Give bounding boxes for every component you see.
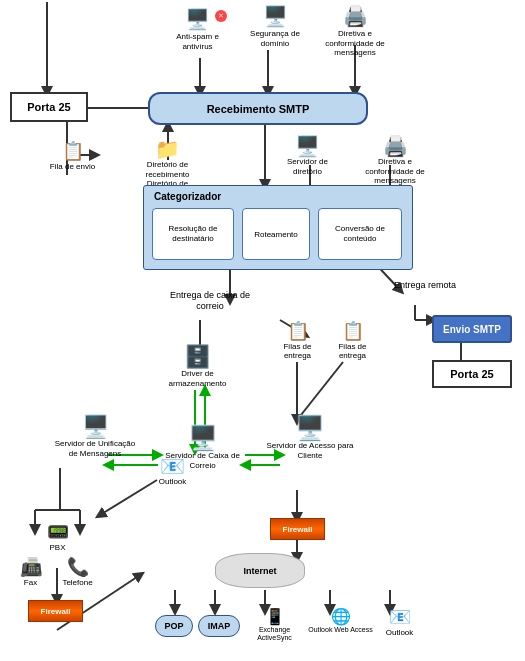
outlook-bottom-icon: 📧 Outlook [372, 608, 427, 637]
entrega-caixa-label: Entrega de caixa de correio [165, 290, 255, 312]
svg-line-27 [297, 362, 343, 420]
resolucao-label: Resolução de destinatário [153, 222, 233, 245]
servidor-acesso-label: Servidor de Acesso para Cliente [265, 441, 355, 460]
fila-envio-label: Fila de envio [45, 162, 100, 171]
porta25-left: Porta 25 [10, 92, 88, 122]
porta25-right: Porta 25 [432, 360, 512, 388]
imap-pill: IMAP [198, 615, 240, 637]
outlook-bottom-label: Outlook [372, 628, 427, 637]
diretiva-top-label: Diretiva e conformidade de mensagens [315, 29, 395, 58]
fila-envio-icon: 📋 Fila de envio [45, 142, 100, 171]
seguranca-label: Segurança de domínio [240, 29, 310, 48]
envio-smtp-label: Envio SMTP [443, 324, 501, 335]
servidor-diretorio-label: Servidor de diretório [275, 157, 340, 176]
diretiva-mid-icon: 🖨️ Diretiva e conformidade de mensagens [355, 135, 435, 186]
internet-cloud: Internet [215, 553, 305, 588]
porta25-left-label: Porta 25 [27, 101, 70, 113]
exchange-activesync-label: Exchange ActiveSync [242, 626, 307, 643]
firewall-mid: Firewall [270, 518, 325, 540]
outlook-left-label: Outlook [145, 477, 200, 486]
internet-label: Internet [243, 566, 276, 576]
roteamento-box: Roteamento [242, 208, 310, 260]
servidor-acesso-icon: 🖥️ Servidor de Acesso para Cliente [265, 415, 355, 461]
categorizador-container: Categorizador Resolução de destinatário … [143, 185, 413, 270]
filas-entrega1-icon: 📋 Filas de entrega [270, 322, 325, 361]
diagram: 🖥️ ✕ Anti-spam e antivírus 🖥️ Segurança … [0, 0, 525, 661]
exchange-activesync-icon: 📱 Exchange ActiveSync [242, 608, 307, 642]
filas-entrega1-label: Filas de entrega [270, 342, 325, 361]
filas-entrega2-icon: 📋 Filas de entrega [325, 322, 380, 361]
recebimento-smtp: Recebimento SMTP [148, 92, 368, 125]
conversao-label: Conversão de conteúdo [319, 222, 401, 245]
seguranca-icon: 🖥️ Segurança de domínio [240, 5, 310, 48]
firewall-left-label: Firewall [41, 607, 71, 616]
anti-spam-label: Anti-spam e antivírus [160, 32, 235, 51]
categorizador-label: Categorizador [154, 191, 221, 202]
envio-smtp: Envio SMTP [432, 315, 512, 343]
servidor-unificacao-icon: 🖥️ Servidor de Unificação de Mensagens [50, 415, 140, 458]
firewall-mid-label: Firewall [283, 525, 313, 534]
telefone-label: Telefone [55, 578, 100, 587]
firewall-left: Firewall [28, 600, 83, 622]
diretiva-top-icon: 🖨️ Diretiva e conformidade de mensagens [315, 5, 395, 58]
servidor-unificacao-label: Servidor de Unificação de Mensagens [50, 439, 140, 458]
driver-armazenamento-icon: 🗄️ Driver de armazenamento [155, 345, 240, 388]
fax-label: Fax [8, 578, 53, 587]
outlook-web-access-icon: 🌐 Outlook Web Access [308, 608, 373, 634]
pbx-icon: 📟 PBX [30, 523, 85, 552]
driver-armazenamento-label: Driver de armazenamento [155, 369, 240, 388]
pop-pill: POP [155, 615, 193, 637]
anti-spam-icon: 🖥️ ✕ Anti-spam e antivírus [160, 8, 235, 51]
resolucao-box: Resolução de destinatário [152, 208, 234, 260]
porta25-right-label: Porta 25 [450, 368, 493, 380]
entrega-remota-label: Entrega remota [390, 280, 460, 291]
roteamento-label: Roteamento [254, 230, 298, 239]
servidor-diretorio-icon: 🖥️ Servidor de diretório [275, 135, 340, 176]
outlook-web-access-label: Outlook Web Access [308, 626, 373, 634]
pop-label: POP [164, 621, 183, 631]
fax-icon: 📠 Fax [8, 558, 53, 587]
pbx-label: PBX [30, 543, 85, 552]
recebimento-smtp-label: Recebimento SMTP [207, 103, 310, 115]
telefone-icon: 📞 Telefone [55, 558, 100, 587]
diretiva-mid-label: Diretiva e conformidade de mensagens [355, 157, 435, 186]
outlook-left-icon: 📧 Outlook [145, 455, 200, 486]
conversao-box: Conversão de conteúdo [318, 208, 402, 260]
imap-label: IMAP [208, 621, 231, 631]
filas-entrega2-label: Filas de entrega [325, 342, 380, 361]
